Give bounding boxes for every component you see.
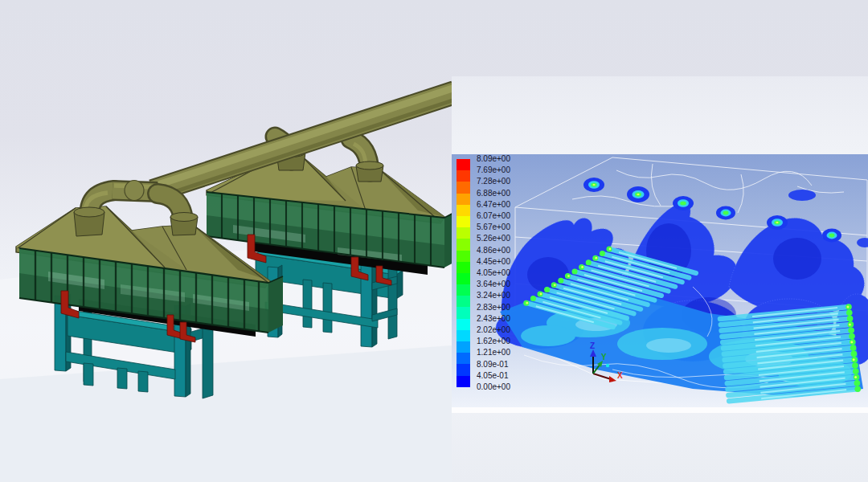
legend-color-band — [457, 330, 470, 341]
legend-color-band — [457, 376, 470, 387]
legend-color-band — [457, 273, 470, 284]
legend-value-label: 5.67e+00 — [477, 223, 510, 232]
legend-color-band — [457, 341, 470, 353]
legend-color-band — [457, 239, 470, 250]
legend-value-label: 8.09e+00 — [477, 154, 510, 164]
legend-value-label: 1.21e+00 — [477, 348, 510, 357]
legend-color-band — [457, 251, 470, 262]
legend-color-band — [457, 364, 470, 375]
legend-color-band — [457, 194, 470, 205]
legend-value-label: 6.07e+00 — [477, 211, 510, 221]
legend-value-label: 4.05e-01 — [477, 371, 508, 381]
legend-color-band — [457, 216, 470, 227]
legend-color-band — [457, 353, 470, 364]
legend-value-label: 2.43e+00 — [477, 314, 510, 324]
legend-value-label: 2.02e+00 — [477, 325, 510, 335]
x-axis-arrow — [609, 376, 616, 382]
legend-color-band — [457, 307, 470, 318]
legend-value-label: 3.24e+00 — [477, 291, 510, 300]
x-axis-label: X — [617, 371, 623, 380]
y-axis-dot — [606, 364, 609, 367]
legend-color-band — [457, 205, 470, 216]
cfd-scene-svg: Z X Y — [452, 154, 868, 407]
legend-value-label: 5.26e+00 — [477, 234, 510, 243]
legend-color-band — [457, 284, 470, 296]
legend-value-label: 7.69e+00 — [477, 165, 510, 175]
legend-color-band — [457, 159, 470, 170]
legend-color-band — [457, 296, 470, 307]
legend-color-band — [457, 262, 470, 273]
legend-value-label: 3.64e+00 — [477, 280, 510, 289]
figure-canvas: Z X Y 8.09e+007.69e+007.28e+006.88e+006.… — [0, 0, 868, 482]
legend-color-band — [457, 227, 470, 239]
z-axis-label: Z — [590, 341, 595, 350]
legend-color-band — [457, 170, 470, 182]
legend-color-band — [457, 182, 470, 193]
legend-color-bar — [457, 159, 470, 387]
legend-value-label: 4.05e+00 — [477, 268, 510, 278]
legend-value-label: 6.88e+00 — [477, 189, 510, 198]
legend-value-label: 6.47e+00 — [477, 200, 510, 210]
cfd-scene: Z X Y — [452, 154, 868, 407]
cfd-result-panel: Z X Y 8.09e+007.69e+007.28e+006.88e+006.… — [452, 76, 868, 413]
legend-value-label: 0.00e+00 — [477, 382, 510, 392]
partition-lines — [572, 164, 844, 213]
legend-value-label: 7.28e+00 — [477, 177, 510, 186]
y-axis-label: Y — [601, 353, 607, 362]
legend-value-label: 1.62e+00 — [477, 337, 510, 346]
top-injection-jets — [583, 178, 868, 247]
legend-color-band — [457, 319, 470, 330]
legend-value-label: 8.09e-01 — [477, 360, 508, 370]
legend-value-label: 4.86e+00 — [477, 246, 510, 255]
legend-value-label: 2.83e+00 — [477, 303, 510, 312]
legend-value-label: 4.45e+00 — [477, 257, 510, 267]
